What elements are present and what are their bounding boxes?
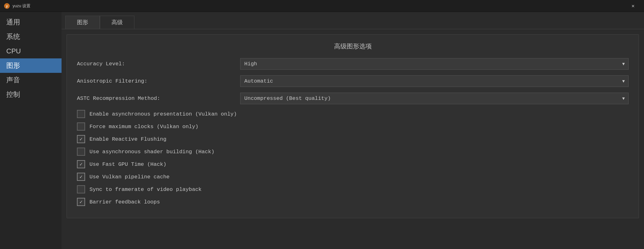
checkbox-label-force-max-clocks: Force maximum clocks (Vulkan only) <box>89 124 198 130</box>
checkbox-reactive-flushing[interactable]: ✓ <box>77 135 85 143</box>
checkbox-row-vulkan-pipeline-cache: ✓Use Vulkan pipeline cache <box>77 173 629 181</box>
checkbox-check-reactive-flushing: ✓ <box>79 136 83 142</box>
titlebar-left: y yuzu 设置 <box>4 3 30 9</box>
main-layout: 通用系统CPU图形声音控制 图形高级 高级图形选项 Accuracy Level… <box>0 12 644 249</box>
sidebar: 通用系统CPU图形声音控制 <box>0 12 62 249</box>
checkbox-check-fast-gpu-time: ✓ <box>79 161 83 167</box>
sidebar-item-general[interactable]: 通用 <box>0 15 62 30</box>
sidebar-item-cpu[interactable]: CPU <box>0 44 62 58</box>
checkbox-label-barrier-feedback-loops: Barrier feedback loops <box>89 199 160 205</box>
checkbox-label-sync-framerate: Sync to framerate of video playback <box>89 187 202 192</box>
checkbox-row-fast-gpu-time: ✓Use Fast GPU Time (Hack) <box>77 160 629 168</box>
section-title: 高级图形选项 <box>77 42 629 51</box>
content-area: 图形高级 高级图形选项 Accuracy Level: Normal High … <box>62 12 644 249</box>
tab-bar: 图形高级 <box>62 12 644 29</box>
anisotropic-filtering-control: Automatic Default 2x 4x 8x 16x ▼ <box>240 75 629 87</box>
checkbox-force-max-clocks[interactable] <box>77 122 85 131</box>
checkbox-row-barrier-feedback-loops: ✓Barrier feedback loops <box>77 198 629 206</box>
astc-recompression-select[interactable]: Uncompressed (Best quality) BC1 (Low qua… <box>240 93 629 104</box>
accuracy-level-row: Accuracy Level: Normal High Extreme ▼ <box>77 58 629 70</box>
checkbox-async-shader[interactable] <box>77 148 85 156</box>
checkbox-label-async-presentation: Enable asynchronous presentation (Vulkan… <box>89 111 237 117</box>
checkbox-container: Enable asynchronous presentation (Vulkan… <box>77 110 629 206</box>
checkbox-sync-framerate[interactable] <box>77 185 85 193</box>
checkbox-row-reactive-flushing: ✓Enable Reactive Flushing <box>77 135 629 143</box>
settings-panel: 高级图形选项 Accuracy Level: Normal High Extre… <box>62 29 644 249</box>
checkbox-label-vulkan-pipeline-cache: Use Vulkan pipeline cache <box>89 174 170 180</box>
astc-recompression-control: Uncompressed (Best quality) BC1 (Low qua… <box>240 93 629 104</box>
checkbox-check-barrier-feedback-loops: ✓ <box>79 199 83 205</box>
inner-panel: 高级图形选项 Accuracy Level: Normal High Extre… <box>67 34 639 218</box>
checkbox-label-async-shader: Use asynchronous shader building (Hack) <box>89 149 214 155</box>
checkbox-row-async-presentation: Enable asynchronous presentation (Vulkan… <box>77 110 629 118</box>
checkbox-barrier-feedback-loops[interactable]: ✓ <box>77 198 85 206</box>
titlebar-title: yuzu 设置 <box>13 3 30 9</box>
app-icon: y <box>4 3 10 9</box>
sidebar-item-system[interactable]: 系统 <box>0 30 62 44</box>
checkbox-fast-gpu-time[interactable]: ✓ <box>77 160 85 168</box>
checkbox-row-sync-framerate: Sync to framerate of video playback <box>77 185 629 193</box>
astc-recompression-row: ASTC Recompression Method: Uncompressed … <box>77 93 629 104</box>
accuracy-level-select[interactable]: Normal High Extreme <box>240 58 629 70</box>
anisotropic-filtering-row: Anisotropic Filtering: Automatic Default… <box>77 75 629 87</box>
anisotropic-filtering-select[interactable]: Automatic Default 2x 4x 8x 16x <box>240 75 629 87</box>
sidebar-item-audio[interactable]: 声音 <box>0 73 62 87</box>
svg-text:y: y <box>6 5 8 8</box>
titlebar: y yuzu 设置 ✕ <box>0 0 644 12</box>
tab-graphics-tab[interactable]: 图形 <box>65 16 100 29</box>
checkbox-async-presentation[interactable] <box>77 110 85 118</box>
checkbox-row-async-shader: Use asynchronous shader building (Hack) <box>77 148 629 156</box>
close-button[interactable]: ✕ <box>626 0 640 12</box>
astc-recompression-label: ASTC Recompression Method: <box>77 95 240 101</box>
checkbox-check-vulkan-pipeline-cache: ✓ <box>79 174 83 180</box>
sidebar-item-graphics[interactable]: 图形 <box>0 58 62 73</box>
anisotropic-filtering-label: Anisotropic Filtering: <box>77 78 240 84</box>
checkbox-label-fast-gpu-time: Use Fast GPU Time (Hack) <box>89 161 166 167</box>
accuracy-level-control: Normal High Extreme ▼ <box>240 58 629 70</box>
checkbox-vulkan-pipeline-cache[interactable]: ✓ <box>77 173 85 181</box>
tab-advanced-tab[interactable]: 高级 <box>100 16 134 29</box>
accuracy-level-label: Accuracy Level: <box>77 61 240 67</box>
checkbox-row-force-max-clocks: Force maximum clocks (Vulkan only) <box>77 122 629 131</box>
sidebar-item-controls[interactable]: 控制 <box>0 87 62 102</box>
checkbox-label-reactive-flushing: Enable Reactive Flushing <box>89 136 166 142</box>
